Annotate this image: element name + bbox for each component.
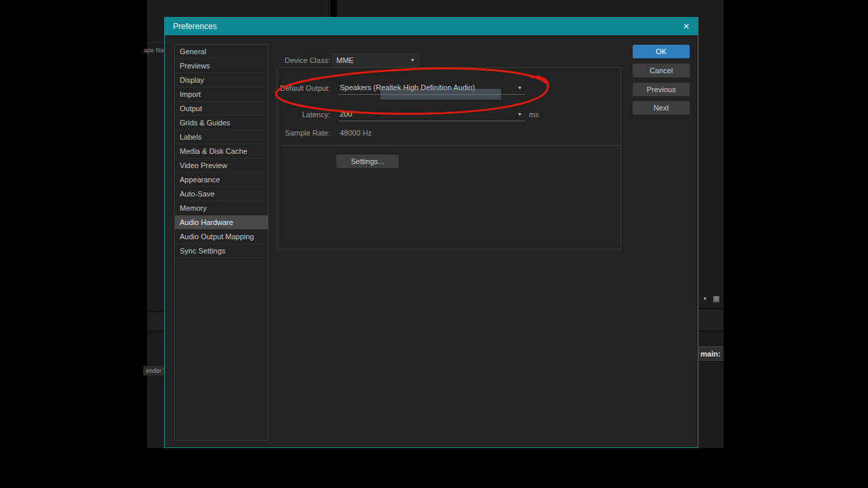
right-panel-highlight-row: main: bbox=[698, 346, 724, 362]
ok-button[interactable]: OK bbox=[633, 45, 690, 58]
latency-label: Latency: bbox=[229, 110, 330, 119]
chevron-down-icon: ▼ bbox=[517, 112, 522, 117]
left-panel-divider bbox=[147, 42, 164, 43]
chevron-down-icon[interactable]: ▼ bbox=[703, 296, 707, 301]
right-panel-text-fragment: main: bbox=[698, 347, 724, 361]
sidebar-item-appearance[interactable]: Appearance bbox=[175, 173, 268, 187]
screen: ape Nam ender T ▼ ▦ main: Preferences ✕ … bbox=[0, 0, 868, 488]
device-class-label: Device Class: bbox=[229, 56, 330, 64]
default-output-label: Default Output: bbox=[229, 84, 330, 92]
preferences-dialog: Preferences ✕ General Previews Display I… bbox=[164, 17, 698, 448]
right-panel-row-fragment bbox=[698, 308, 724, 331]
section-divider bbox=[277, 145, 620, 146]
left-panel-row-fragment bbox=[147, 311, 164, 331]
device-class-dropdown[interactable]: MME ▼ bbox=[332, 53, 420, 67]
next-button[interactable]: Next bbox=[633, 101, 690, 115]
sidebar-item-auto-save[interactable]: Auto-Save bbox=[175, 187, 268, 201]
sidebar-item-video-preview[interactable]: Video Preview bbox=[175, 159, 268, 173]
close-icon[interactable]: ✕ bbox=[683, 22, 690, 31]
sidebar-item-audio-hardware[interactable]: Audio Hardware bbox=[175, 216, 268, 230]
sidebar-item-media-disk-cache[interactable]: Media & Disk Cache bbox=[175, 144, 268, 159]
latency-unit-label: ms bbox=[529, 110, 539, 119]
dialog-title: Preferences bbox=[173, 22, 217, 31]
settings-button[interactable]: Settings... bbox=[336, 155, 399, 168]
dropdown-highlight-remnant bbox=[380, 89, 501, 100]
chevron-down-icon: ▼ bbox=[410, 58, 415, 62]
sample-rate-label: Sample Rate: bbox=[229, 129, 330, 137]
cancel-button[interactable]: Cancel bbox=[633, 64, 690, 77]
previous-button[interactable]: Previous bbox=[633, 83, 690, 96]
latency-dropdown[interactable]: 200 ▼ bbox=[338, 107, 526, 121]
sidebar-item-sync-settings[interactable]: Sync Settings bbox=[175, 244, 268, 258]
sample-rate-value: 48000 Hz bbox=[340, 129, 372, 137]
device-class-value: MME bbox=[336, 56, 354, 64]
preferences-category-list: General Previews Display Import Output G… bbox=[174, 44, 269, 441]
sidebar-item-audio-output-mapping[interactable]: Audio Output Mapping bbox=[175, 230, 268, 244]
panel-grid-icon[interactable]: ▦ bbox=[713, 294, 719, 303]
panel-divider bbox=[330, 0, 337, 17]
sidebar-item-memory[interactable]: Memory bbox=[175, 201, 268, 216]
dialog-titlebar[interactable]: Preferences ✕ bbox=[165, 18, 698, 35]
latency-value: 200 bbox=[340, 110, 352, 118]
chevron-down-icon: ▼ bbox=[517, 85, 522, 90]
